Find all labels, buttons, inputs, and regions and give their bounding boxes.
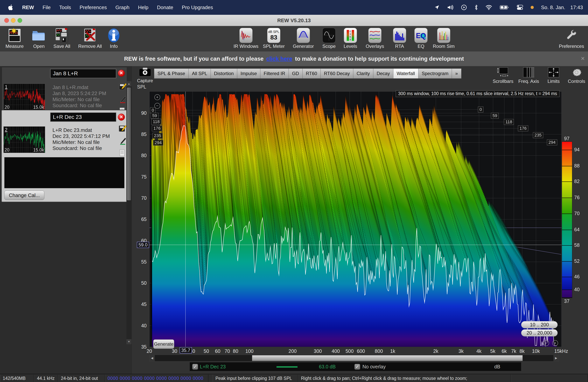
- change-cal-button[interactable]: Change Cal...: [4, 191, 44, 200]
- waterfall-settings-annotation: 300 ms window, 100 ms rise time, 0.61 ms…: [396, 90, 560, 97]
- camera-icon: [139, 67, 151, 77]
- sidebar-scrollbar[interactable]: ▲ ▼: [126, 81, 131, 344]
- menu-item-help[interactable]: Help: [138, 4, 148, 11]
- remove-measurement-button[interactable]: ✕: [118, 114, 125, 121]
- measurement-panel-1[interactable]: ✕ 1 20 15.0k Jan 8 L+R.mdat Jan 8, 2023 …: [1, 67, 127, 110]
- status-memory: 142/540MB: [0, 375, 34, 382]
- remove-measurement-button[interactable]: ✕: [118, 70, 125, 77]
- graph-tab[interactable]: Filtered IR: [260, 68, 289, 79]
- measurement-panel-2-selected[interactable]: ✕ 2 20 15.0k L+R Dec 23.mdat Dec 23, 202…: [1, 110, 127, 202]
- scroll-right-icon[interactable]: ▶: [553, 355, 559, 361]
- volume-icon[interactable]: [447, 5, 454, 10]
- frequency-scrollbar[interactable]: ◀ ▶: [149, 355, 559, 361]
- menu-item-tools[interactable]: Tools: [59, 4, 71, 11]
- measurement-file: L+R Dec 23.mdat: [53, 127, 110, 133]
- y-tick-label: 85: [135, 131, 147, 137]
- notes-icon[interactable]: [119, 149, 126, 157]
- x-tick-label: 300: [314, 348, 322, 354]
- notes-icon[interactable]: [119, 107, 126, 110]
- menu-item-preferences[interactable]: Preferences: [80, 4, 107, 11]
- freq-axis-button[interactable]: Freq. Axis: [515, 67, 542, 85]
- measurement-notes-box[interactable]: [4, 157, 125, 188]
- measurement-thumbnail[interactable]: 2 20 15.0k: [3, 127, 45, 153]
- menu-item-pro-upgrades[interactable]: Pro Upgrades: [182, 4, 213, 11]
- graph-tab[interactable]: Spectrogram: [419, 68, 452, 79]
- spl-meter-button[interactable]: dB SPL83 SPL Meter: [259, 27, 288, 51]
- time-slice-label: 118: [504, 119, 514, 125]
- menu-item-file[interactable]: File: [42, 4, 51, 11]
- room-sim-button[interactable]: Room Sim: [429, 27, 458, 51]
- graph-tab[interactable]: SPL & Phase: [154, 68, 189, 79]
- banner-close-icon[interactable]: ✕: [581, 56, 585, 62]
- wifi-icon[interactable]: [485, 5, 492, 10]
- measurement-thumbnail[interactable]: 1 20 15.0k: [3, 84, 45, 110]
- colorbar-segment: [562, 166, 572, 182]
- colorbar-label: 58: [574, 242, 580, 248]
- no-overlay-checkbox[interactable]: ✓: [354, 364, 360, 370]
- location-icon[interactable]: [434, 5, 440, 10]
- measurement-date: Jan 8, 2023 5:24:22 PM: [53, 90, 106, 96]
- bluetooth-icon[interactable]: [474, 4, 478, 10]
- measurement-name-input[interactable]: [50, 112, 116, 122]
- zoom-out-x-icon[interactable]: −: [543, 340, 549, 346]
- scrollbar-thumb[interactable]: [127, 87, 131, 200]
- x-tick-label: 30: [172, 348, 177, 354]
- zoom-in-x-icon[interactable]: +: [552, 340, 558, 346]
- generator-icon: [289, 27, 318, 43]
- graph-tab[interactable]: Decay: [373, 68, 393, 79]
- ir-windows-button[interactable]: IR Windows: [230, 27, 262, 51]
- graph-tab[interactable]: GD: [289, 68, 303, 79]
- freq-range-10-200-button[interactable]: 10 .. 200: [521, 321, 558, 328]
- donate-link[interactable]: click here: [266, 56, 292, 62]
- menu-item-donate[interactable]: Donate: [157, 4, 173, 11]
- scrollbar-thumb[interactable]: [252, 355, 523, 361]
- save-measurement-icon[interactable]: [119, 125, 126, 132]
- graph-tab[interactable]: RT60 Decay: [321, 68, 353, 79]
- scrollbars-icon: [489, 67, 517, 78]
- scroll-up-icon[interactable]: ▲: [126, 81, 131, 86]
- preferences-button[interactable]: Preferences: [557, 27, 586, 51]
- graph-tab[interactable]: Impulse: [237, 68, 260, 79]
- apple-menu-icon[interactable]: [8, 4, 14, 11]
- scrollbars-toggle-button[interactable]: Scrollbars: [489, 67, 517, 85]
- generator-button[interactable]: Generator: [289, 27, 318, 51]
- save-all-button[interactable]: Save All: [47, 27, 76, 51]
- y-axis-title: SPL: [137, 84, 146, 90]
- graph-tab[interactable]: All SPL: [189, 68, 211, 79]
- scroll-left-icon[interactable]: ◀: [149, 355, 155, 361]
- graph-tab[interactable]: Clarity: [353, 68, 373, 79]
- measurement-visible-checkbox[interactable]: ✓: [192, 364, 198, 370]
- x-tick-label: 2k: [433, 348, 438, 354]
- zoom-in-y-icon[interactable]: +: [154, 94, 160, 100]
- control-center-icon[interactable]: [517, 5, 523, 10]
- graph-tab[interactable]: Distortion: [211, 68, 237, 79]
- play-circle-icon[interactable]: [461, 4, 467, 10]
- capture-button[interactable]: Capture: [137, 67, 153, 84]
- battery-icon[interactable]: [500, 5, 509, 10]
- trace-style-icon[interactable]: [119, 96, 126, 104]
- measurement-name-input[interactable]: [50, 69, 116, 78]
- colorbar-label: 76: [574, 195, 580, 200]
- graph-tab[interactable]: »: [452, 68, 461, 79]
- time-slice-label: 235: [533, 132, 543, 138]
- menu-item-graph[interactable]: Graph: [115, 4, 129, 11]
- legend-measurement-name: L+R Dec 23: [200, 364, 226, 370]
- generate-button[interactable]: Generate: [153, 340, 174, 349]
- scroll-down-icon[interactable]: ▼: [126, 339, 131, 344]
- menu-item-rew[interactable]: REW: [22, 4, 34, 11]
- x-tick-label: 5k: [490, 348, 495, 354]
- waterfall-canvas[interactable]: [149, 92, 562, 347]
- time-slice-label: 235: [152, 133, 163, 139]
- menu-clock[interactable]: So. 8. Jan.17:43: [541, 4, 583, 11]
- spl-meter-icon: dB SPL83: [259, 27, 288, 43]
- controls-button[interactable]: Controls: [563, 67, 588, 85]
- graph-tab[interactable]: RT60: [303, 68, 321, 79]
- trace-style-icon[interactable]: [119, 137, 126, 145]
- graph-tab[interactable]: Waterfall: [393, 68, 419, 79]
- info-button[interactable]: Info: [99, 27, 128, 51]
- save-measurement-icon[interactable]: [119, 83, 126, 90]
- x-tick-label: 8k: [520, 348, 525, 354]
- colorbar-segment: [562, 262, 572, 277]
- freq-range-20-20000-button[interactable]: 20 .. 20,000: [521, 329, 558, 337]
- status-peak-input: Peak input before clipping 107 dB SPL: [213, 375, 298, 382]
